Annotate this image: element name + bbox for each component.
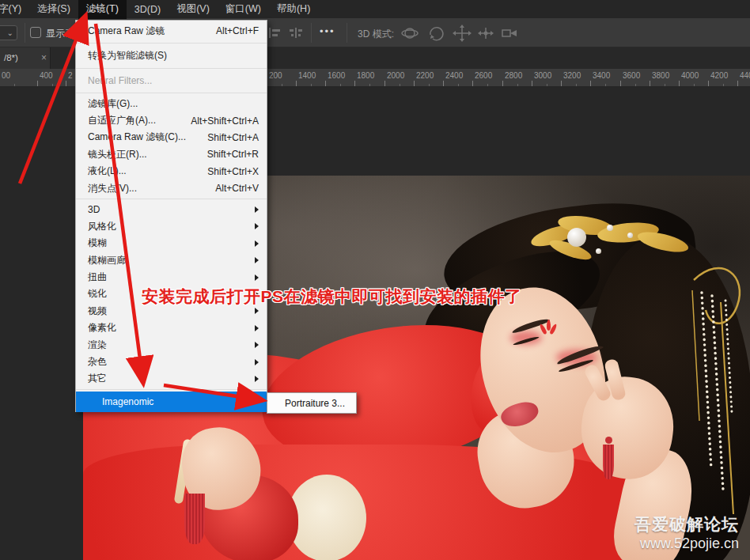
menu-item-label: 扭曲 [88, 271, 255, 284]
filter-menu-item-20[interactable]: 像素化 [76, 320, 267, 336]
3d-pan-icon[interactable] [453, 25, 472, 42]
filter-menu-item-13[interactable]: 3D [76, 201, 267, 218]
menubar-item-2[interactable]: 滤镜(T) [78, 0, 127, 19]
ruler-label: 2000 [387, 71, 404, 80]
align-icon[interactable] [290, 28, 302, 38]
ruler-tick [679, 81, 680, 86]
document-tab[interactable]: /8*) × [0, 47, 51, 69]
ruler-tick-minor [14, 84, 15, 86]
submenu-item-portraiture[interactable]: Portraiture 3... [285, 398, 345, 409]
ruler-tick-minor [547, 84, 547, 86]
ruler-label: 3200 [563, 71, 581, 80]
ruler-tick-minor [369, 84, 370, 86]
ruler-tick [414, 81, 415, 86]
ruler-tick-minor [665, 84, 665, 86]
menu-item-label: 其它 [88, 372, 255, 385]
menubar-item-6[interactable]: 帮助(H) [269, 0, 318, 19]
ruler-tick [37, 81, 38, 86]
tool-preset-dropdown[interactable]: ⌄ [0, 25, 17, 40]
ruler-label: 2200 [416, 71, 434, 80]
ruler-label: 2600 [475, 71, 492, 80]
filter-menu-item-2[interactable]: 转换为智能滤镜(S) [76, 46, 267, 66]
menubar-item-3[interactable]: 3D(D) [127, 1, 169, 18]
filter-menu-item-16[interactable]: 模糊画廊 [76, 252, 267, 269]
ruler-label: 400 [40, 71, 53, 80]
ruler-tick [325, 81, 326, 86]
ruler-tick [502, 81, 503, 86]
3d-slide-icon[interactable] [476, 25, 495, 42]
ruler-label: 2800 [505, 71, 522, 80]
ruler-tick-minor [311, 84, 312, 86]
menu-item-label: 风格化 [88, 220, 255, 233]
menu-item-label: 转换为智能滤镜(S) [88, 49, 260, 62]
3d-orbit-icon[interactable] [400, 25, 419, 42]
menu-item-shortcut: Shift+Ctrl+A [207, 132, 260, 143]
ruler-label: 4200 [710, 71, 728, 80]
menu-item-label: Neural Filters... [88, 75, 260, 86]
ruler-tick-minor [576, 84, 577, 86]
ruler-label: 200 [269, 71, 282, 80]
ruler-tick-minor [340, 84, 341, 86]
3d-mode-label: 3D 模式: [358, 28, 394, 41]
menu-bar: 字(Y)选择(S)滤镜(T)3D(D)视图(V)窗口(W)帮助(H) [0, 0, 750, 18]
ruler-tick [296, 81, 297, 86]
filter-menu-item-23[interactable]: 其它 [76, 370, 267, 387]
fan-tassel [184, 494, 205, 544]
ruler-tick [561, 81, 562, 86]
filter-menu-item-10[interactable]: 液化(L)...Shift+Ctrl+X [76, 163, 267, 180]
submenu-arrow-icon [255, 342, 259, 348]
ruler-tick [443, 81, 444, 86]
menubar-item-1[interactable]: 选择(S) [29, 0, 78, 19]
3d-roll-icon[interactable] [427, 25, 446, 42]
menu-item-label: Imagenomic [102, 396, 260, 407]
align-icon[interactable] [269, 28, 282, 38]
menubar-item-5[interactable]: 窗口(W) [218, 0, 269, 19]
filter-menu-item-15[interactable]: 模糊 [76, 235, 267, 252]
filter-submenu: Portraiture 3... [267, 392, 357, 414]
ruler-tick-minor [694, 84, 695, 86]
ruler-label: 00 [2, 71, 10, 80]
menu-item-shortcut: Shift+Ctrl+X [207, 166, 260, 177]
filter-menu-item-11[interactable]: 消失点(V)...Alt+Ctrl+V [76, 180, 267, 196]
menu-item-label: 模糊画廊 [88, 254, 255, 267]
filter-menu-item-4[interactable]: Neural Filters... [76, 70, 267, 91]
filter-menu-item-9[interactable]: 镜头校正(R)...Shift+Ctrl+R [76, 146, 267, 163]
menubar-item-0[interactable]: 字(Y) [0, 0, 29, 19]
menubar-item-4[interactable]: 视图(V) [169, 0, 218, 19]
ruler-label: 3800 [652, 71, 669, 80]
separator [347, 23, 347, 43]
filter-menu-item-7[interactable]: 自适应广角(A)...Alt+Shift+Ctrl+A [76, 112, 267, 129]
close-icon[interactable]: × [41, 47, 47, 68]
filter-menu-item-6[interactable]: 滤镜库(G)... [76, 96, 267, 112]
annotation-text: 安装完成后打开PS在滤镜中即可找到安装的插件了 [142, 286, 522, 308]
ruler-tick [650, 81, 650, 86]
menu-item-label: 像素化 [88, 321, 255, 335]
watermark-line2: www.52pojie.cn [634, 535, 739, 552]
filter-menu-item-25[interactable]: Imagenomic [76, 392, 267, 412]
filter-menu-item-21[interactable]: 渲染 [76, 336, 267, 353]
show-transform-checkbox[interactable] [30, 27, 41, 38]
menu-item-shortcut: Alt+Ctrl+V [215, 183, 260, 194]
ruler-label: 440 [740, 71, 750, 80]
3d-zoom-icon[interactable] [500, 25, 519, 42]
filter-menu-item-8[interactable]: Camera Raw 滤镜(C)...Shift+Ctrl+A [76, 129, 267, 146]
filter-menu-item-14[interactable]: 风格化 [76, 218, 267, 235]
menu-item-label: 液化(L)... [88, 165, 207, 178]
filter-menu-item-17[interactable]: 扭曲 [76, 269, 267, 286]
ruler-tick [620, 81, 621, 86]
filter-menu-item-22[interactable]: 杂色 [76, 354, 267, 370]
ruler-tick [737, 81, 738, 86]
pearl-ornament [607, 225, 613, 231]
photoshop-window: 吾爱破解论坛 www.52pojie.cn 字(Y)选择(S)滤镜(T)3D(D… [0, 0, 750, 560]
ruler-tick-minor [282, 84, 282, 86]
submenu-arrow-icon [255, 325, 259, 331]
pearl-ornament [567, 228, 586, 247]
ruler-label: 4000 [681, 71, 699, 80]
ruler-tick [472, 81, 473, 86]
filter-menu-item-0[interactable]: Camera Raw 滤镜Alt+Ctrl+F [76, 21, 267, 41]
ruler-tick [708, 81, 709, 86]
menu-item-label: 自适应广角(A)... [88, 114, 191, 127]
more-options-icon[interactable]: ••• [320, 25, 335, 37]
fan-plate [287, 475, 366, 560]
ruler-tick [590, 81, 591, 86]
